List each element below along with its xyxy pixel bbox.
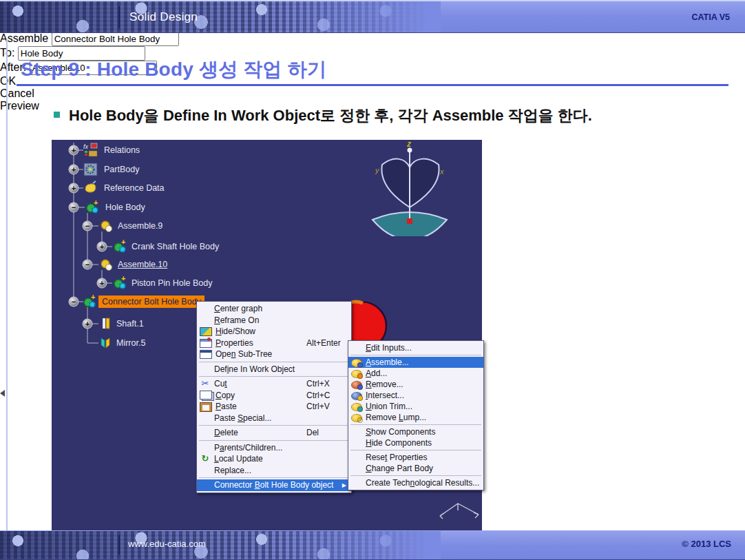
svg-text:+: + [121, 239, 125, 246]
axis-wireframe-icon [436, 499, 485, 523]
expand-node-reference-data[interactable]: + [69, 183, 79, 194]
menu-item-show-components[interactable]: Show Components [348, 426, 483, 437]
menu-item-hide-show[interactable]: Hide/Show [197, 326, 351, 338]
menu-item-label: Change Part Body [366, 464, 479, 473]
menu-item-create-technological-results[interactable]: Create Technological Results... [348, 477, 483, 488]
expand-node-connector-bolt[interactable]: − [69, 297, 79, 307]
menu-item-label: Intersect... [366, 391, 479, 400]
menu-item-open-sub-tree[interactable]: Open Sub-Tree [197, 349, 351, 360]
menu-item-paste-special[interactable]: Paste Special... [197, 413, 351, 424]
menu-item-label: Show Components [366, 427, 479, 437]
add-menu-icon [351, 370, 362, 378]
context-menu: Center graphReframe OnHide/ShowPropertie… [196, 301, 352, 493]
menu-item-define-in-work-object[interactable]: Define In Work Object [197, 364, 351, 375]
menu-item-label: Delete [214, 428, 300, 437]
menu-item-connector-bolt-hole-body-object[interactable]: Connector Bolt Hole Body object▶ [197, 479, 351, 491]
menu-item-label: Add... [366, 369, 479, 378]
menu-item-reset-properties[interactable]: Reset Properties [348, 452, 483, 463]
svg-text:+: + [91, 294, 95, 301]
menu-item-label: Parents/Children... [214, 443, 346, 453]
menu-item-change-part-body[interactable]: Change Part Body [348, 463, 483, 474]
connector-bolt-hole-body-icon: + [82, 294, 97, 309]
bullet-square-icon [54, 112, 60, 118]
expand-node-hole-body[interactable]: − [69, 203, 79, 213]
expand-node-relations[interactable]: + [69, 145, 79, 156]
expand-node-crank-shaft[interactable]: + [97, 242, 107, 252]
assemble-menu-icon [351, 359, 362, 367]
menu-item-label: Assemble... [366, 357, 479, 367]
menu-separator [199, 425, 349, 426]
menu-shortcut: Ctrl+X [306, 379, 346, 388]
menu-icon-spacer [200, 413, 211, 423]
menu-separator [199, 440, 349, 441]
menu-separator [199, 362, 349, 362]
menu-item-union-trim[interactable]: Union Trim... [348, 401, 483, 412]
expand-node-shaft1[interactable]: + [83, 319, 93, 329]
menu-item-reframe-on[interactable]: Reframe On [197, 315, 351, 326]
menu-separator [350, 475, 481, 476]
menu-icon-spacer [200, 315, 211, 325]
menu-item-assemble[interactable]: Assemble... [348, 357, 483, 368]
menu-icon-spacer [351, 478, 362, 488]
menu-separator [350, 424, 481, 425]
compass-y-label: y [375, 166, 380, 174]
hole-body-icon: + [85, 200, 100, 215]
slide-left-rule [6, 39, 8, 530]
menu-item-label: Local Update [214, 454, 346, 464]
menu-icon-spacer [200, 480, 211, 490]
header-banner: Solid Design CATIA V5 [0, 0, 745, 33]
menu-item-label: Paste Special... [214, 413, 346, 423]
menu-item-label: Define In Work Object [214, 364, 346, 374]
menu-item-intersect[interactable]: Intersect... [348, 390, 483, 401]
menu-item-center-graph[interactable]: Center graph [197, 303, 351, 315]
menu-item-label: Hide/Show [216, 326, 346, 336]
menu-item-local-update[interactable]: Local Update [197, 453, 351, 465]
menu-item-label: Edit Inputs... [366, 343, 479, 353]
menu-separator [199, 376, 349, 377]
menu-item-cut[interactable]: CutCtrl+X [197, 378, 351, 390]
menu-shortcut: Alt+Enter [306, 338, 346, 348]
menu-item-add[interactable]: Add... [348, 368, 483, 379]
svg-text:+: + [121, 276, 125, 282]
svg-text:fx: fx [83, 143, 89, 150]
expand-node-partbody[interactable]: + [69, 165, 79, 175]
update-icon [200, 454, 211, 464]
menu-item-hide-components[interactable]: Hide Components [348, 437, 483, 448]
bullet-row: Hole Body을 Define In Work Object로 정한 후, … [54, 105, 592, 126]
relations-icon: fx [83, 143, 98, 158]
cancel-button[interactable]: Cancel [0, 87, 745, 100]
expand-node-assemble10[interactable]: − [83, 260, 93, 270]
menu-item-copy[interactable]: CopyCtrl+C [197, 390, 351, 402]
menu-item-paste[interactable]: PasteCtrl+V [197, 401, 351, 413]
menu-icon-spacer [200, 304, 211, 313]
union-trim-menu-icon [351, 403, 362, 411]
menu-item-remove-lump[interactable]: Remove Lump... [348, 412, 483, 423]
menu-item-properties[interactable]: PropertiesAlt+Enter [197, 338, 351, 349]
assemble10-icon [98, 257, 114, 272]
menu-item-replace[interactable]: Replace... [197, 465, 351, 477]
page-title: Step 9 : Hole Body 생성 작업 하기 [21, 56, 326, 83]
menu-item-label: Remove... [366, 380, 479, 389]
menu-item-edit-inputs[interactable]: Edit Inputs... [348, 342, 483, 353]
menu-icon-spacer [200, 466, 211, 475]
footer-banner: www.edu-catia.com © 2013 LCS [0, 530, 745, 560]
assemble-field-input[interactable] [52, 32, 179, 46]
submenu-arrow-icon: ▶ [342, 482, 346, 488]
banner-divider [118, 535, 120, 554]
hide-components-icon [351, 438, 362, 448]
assemble-field-row: Assemble [0, 32, 745, 46]
menu-item-remove[interactable]: Remove... [348, 379, 483, 390]
footer-url[interactable]: www.edu-catia.com [128, 539, 206, 549]
compass-widget[interactable]: z y x [355, 140, 465, 236]
menu-item-parents-children[interactable]: Parents/Children... [197, 442, 351, 454]
edge-arrow-mark [0, 390, 5, 397]
menu-separator [350, 355, 481, 355]
partbody-icon [83, 162, 98, 177]
menu-separator [350, 450, 481, 450]
expand-node-assemble9[interactable]: − [83, 221, 93, 231]
menu-item-label: Union Trim... [366, 402, 479, 411]
properties-icon [200, 339, 212, 348]
sub-tree-icon [200, 350, 212, 359]
menu-item-delete[interactable]: DeleteDel [197, 427, 351, 439]
expand-node-piston-pin[interactable]: + [97, 278, 107, 289]
